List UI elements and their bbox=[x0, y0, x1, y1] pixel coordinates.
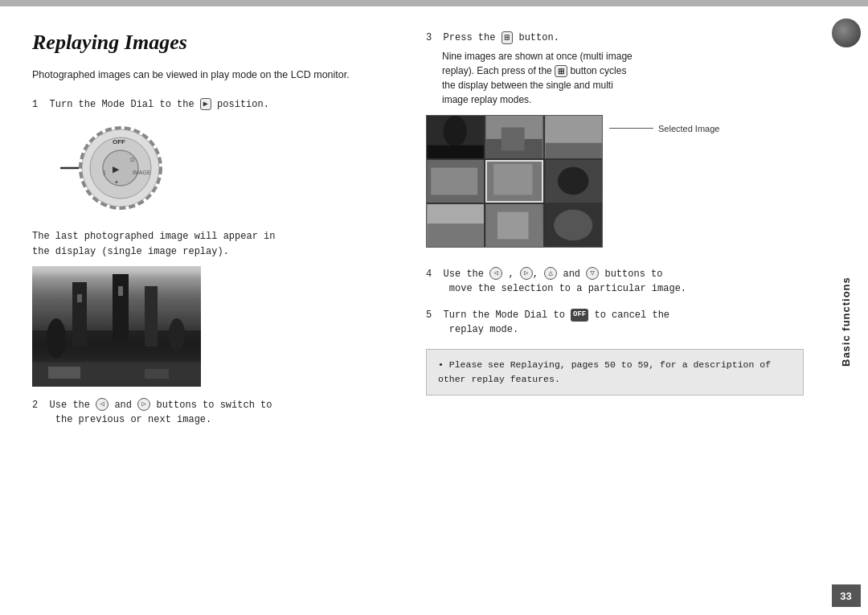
svg-rect-17 bbox=[118, 286, 123, 296]
step-1-explanation-text: The last photographed image will appear … bbox=[32, 229, 402, 259]
top-bar bbox=[0, 0, 868, 6]
step-5-text: 5 Turn the Mode Dial to OFF to cancel th… bbox=[426, 308, 804, 338]
church-image bbox=[32, 266, 201, 387]
svg-rect-14 bbox=[113, 274, 129, 342]
sidebar-label: Basic functions bbox=[840, 59, 852, 584]
svg-rect-40 bbox=[497, 211, 529, 239]
mode-dial-svg: OFF ▶ Ω IMAGE ✦ 1 bbox=[56, 120, 169, 216]
svg-point-22 bbox=[169, 318, 185, 351]
svg-point-24 bbox=[444, 116, 467, 147]
grid-cell-2 bbox=[485, 116, 542, 158]
svg-point-4 bbox=[103, 150, 138, 186]
step-4-text: 4 Use the ◁ , ▷, △ and ▽ buttons to move… bbox=[426, 267, 804, 297]
step-4: 4 Use the ◁ , ▷, △ and ▽ buttons to move… bbox=[426, 267, 804, 297]
left-column: Replaying Images Photographed images can… bbox=[32, 31, 418, 599]
svg-rect-25 bbox=[427, 145, 483, 158]
step-2-text: 2 Use the ◁ and ▷ buttons to switch to t… bbox=[32, 398, 402, 428]
main-content: Replaying Images Photographed images can… bbox=[0, 6, 868, 615]
grid-cell-7 bbox=[427, 204, 484, 247]
step-3-text: 3 Press the ⊞ button. bbox=[426, 31, 804, 46]
grid-btn-icon: ⊞ bbox=[502, 31, 514, 44]
step-1: 1 Turn the Mode Dial to the ▶ position. bbox=[32, 97, 402, 217]
right-btn-icon-2: ▷ bbox=[520, 267, 533, 280]
grid-cell-4 bbox=[427, 160, 484, 203]
right-column: 3 Press the ⊞ button. Nine images are sh… bbox=[418, 31, 852, 599]
svg-rect-13 bbox=[72, 282, 87, 346]
intro-text: Photographed images can be viewed in pla… bbox=[32, 68, 402, 83]
right-btn-icon: ▷ bbox=[137, 398, 150, 411]
svg-text:✦: ✦ bbox=[114, 179, 119, 185]
sidebar: Basic functions 33 bbox=[824, 6, 868, 615]
grid-btn-icon2: ⊞ bbox=[555, 65, 567, 77]
sidebar-circle bbox=[832, 18, 861, 47]
svg-point-36 bbox=[558, 166, 589, 195]
svg-rect-19 bbox=[48, 367, 80, 379]
svg-rect-16 bbox=[77, 294, 82, 302]
selected-image-label-line: Selected Image bbox=[609, 123, 719, 134]
step-1-text: 1 Turn the Mode Dial to the ▶ position. bbox=[32, 97, 402, 113]
church-svg bbox=[32, 266, 201, 387]
step-1-explanation: The last photographed image will appear … bbox=[32, 229, 402, 386]
page-title: Replaying Images bbox=[32, 31, 402, 55]
note-box: • Please see Replaying, pages 50 to 59, … bbox=[426, 349, 804, 396]
step-5: 5 Turn the Mode Dial to OFF to cancel th… bbox=[426, 308, 804, 338]
up-btn-icon: △ bbox=[544, 267, 557, 280]
selected-image-label-container: Selected Image bbox=[609, 115, 719, 134]
selected-image-label: Selected Image bbox=[658, 123, 719, 134]
grid-cell-9 bbox=[545, 204, 602, 247]
step-1-number: 1 bbox=[32, 99, 50, 110]
svg-rect-32 bbox=[431, 167, 477, 195]
grid-cell-8 bbox=[485, 204, 542, 247]
svg-rect-15 bbox=[145, 286, 158, 346]
down-btn-icon: ▽ bbox=[586, 267, 599, 280]
image-grid-section: Selected Image bbox=[426, 115, 804, 256]
label-line bbox=[609, 128, 653, 129]
svg-text:▶: ▶ bbox=[113, 165, 120, 174]
page-number: 33 bbox=[832, 584, 861, 607]
svg-rect-28 bbox=[502, 127, 525, 150]
svg-rect-20 bbox=[145, 369, 169, 379]
svg-text:OFF: OFF bbox=[113, 138, 125, 146]
play-button-icon: ▶ bbox=[200, 98, 211, 110]
left-btn-icon: ◁ bbox=[96, 398, 108, 411]
svg-rect-30 bbox=[545, 142, 601, 158]
svg-rect-38 bbox=[427, 223, 483, 247]
grid-cell-5-selected bbox=[485, 160, 542, 203]
image-grid bbox=[426, 115, 603, 248]
grid-cell-1 bbox=[427, 116, 484, 158]
step-2: 2 Use the ◁ and ▷ buttons to switch to t… bbox=[32, 398, 402, 428]
svg-point-21 bbox=[47, 318, 66, 359]
step-3-sub: Nine images are shown at once (multi ima… bbox=[442, 49, 804, 107]
grid-cell-6 bbox=[545, 160, 602, 203]
mode-dial-container: OFF ▶ Ω IMAGE ✦ 1 bbox=[56, 120, 169, 216]
grid-cell-3 bbox=[545, 116, 602, 158]
step-3: 3 Press the ⊞ button. Nine images are sh… bbox=[426, 31, 804, 107]
svg-text:Ω: Ω bbox=[130, 157, 134, 162]
note-text: • Please see Replaying, pages 50 to 59, … bbox=[438, 359, 771, 384]
svg-text:1: 1 bbox=[103, 170, 106, 175]
svg-point-42 bbox=[554, 209, 592, 240]
svg-text:IMAGE: IMAGE bbox=[133, 170, 151, 175]
left-btn-icon-2: ◁ bbox=[489, 267, 502, 280]
off-badge: OFF bbox=[571, 309, 588, 322]
svg-rect-34 bbox=[493, 163, 532, 195]
